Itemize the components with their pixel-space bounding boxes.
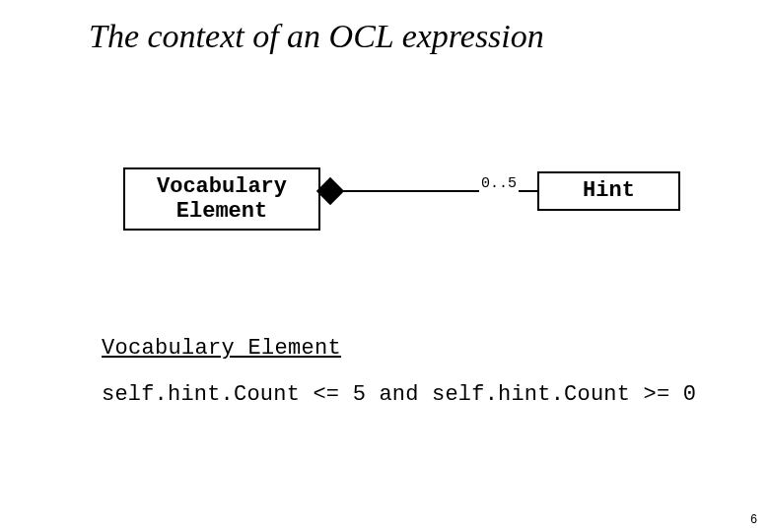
class-box-hint: Hint [537, 171, 680, 211]
uml-diagram: Vocabulary Element 0..5 Hint [123, 158, 675, 236]
ocl-constraint: self.hint.Count <= 5 and self.hint.Count… [102, 382, 696, 407]
page-number: 6 [750, 512, 757, 526]
class-box-vocabulary-element: Vocabulary Element [123, 167, 320, 231]
ocl-context: Vocabulary Element [102, 336, 341, 361]
multiplicity-label: 0..5 [479, 175, 519, 192]
class-box-label: Hint [583, 178, 635, 203]
class-box-label: Vocabulary Element [157, 174, 287, 225]
slide-title: The context of an OCL expression [89, 18, 544, 55]
